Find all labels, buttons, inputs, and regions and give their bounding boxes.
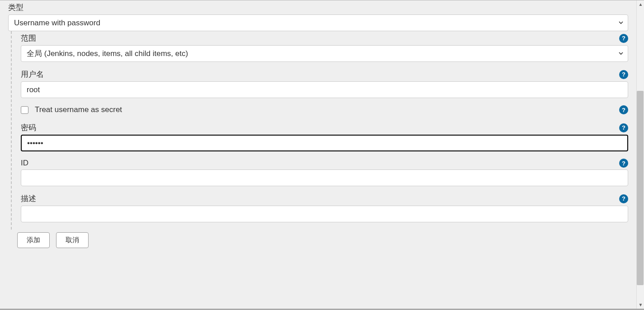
type-select[interactable]: Username with password xyxy=(8,14,628,31)
help-icon[interactable]: ? xyxy=(619,34,628,43)
help-icon[interactable]: ? xyxy=(619,105,628,114)
help-icon[interactable]: ? xyxy=(619,70,628,79)
password-label: 密码 xyxy=(21,122,36,133)
description-input[interactable] xyxy=(21,206,628,222)
scope-label: 范围 xyxy=(21,33,36,43)
help-icon[interactable]: ? xyxy=(619,159,628,168)
id-input[interactable] xyxy=(21,169,628,186)
scroll-down-icon[interactable]: ▼ xyxy=(637,301,644,309)
username-label: 用户名 xyxy=(21,69,44,80)
scope-select-value: 全局 (Jenkins, nodes, items, all child ite… xyxy=(27,48,188,59)
username-input[interactable] xyxy=(21,81,628,98)
help-icon[interactable]: ? xyxy=(619,123,628,132)
scroll-up-icon[interactable]: ▲ xyxy=(637,0,644,8)
id-label: ID xyxy=(21,159,28,168)
add-button[interactable]: 添加 xyxy=(17,232,50,248)
password-input[interactable] xyxy=(21,135,628,151)
scope-select[interactable]: 全局 (Jenkins, nodes, items, all child ite… xyxy=(21,45,628,62)
type-label: 类型 xyxy=(8,2,628,13)
treat-secret-checkbox[interactable] xyxy=(21,106,28,114)
type-select-value: Username with password xyxy=(14,19,100,28)
scrollbar[interactable]: ▲ ▼ xyxy=(636,0,644,309)
cancel-button[interactable]: 取消 xyxy=(56,232,89,248)
description-label: 描述 xyxy=(21,193,36,204)
treat-secret-label: Treat username as secret xyxy=(35,105,122,114)
scrollbar-thumb[interactable] xyxy=(637,91,644,285)
help-icon[interactable]: ? xyxy=(619,194,628,203)
